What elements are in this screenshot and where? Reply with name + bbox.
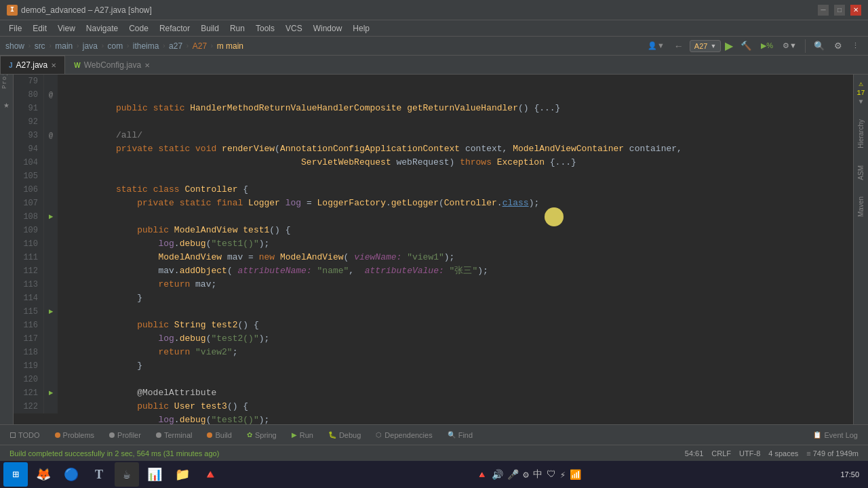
settings-button[interactable]: ⚙ bbox=[831, 39, 846, 53]
editor[interactable]: 79 80 @ public static HandlerMethodRetur… bbox=[14, 75, 868, 424]
code-content[interactable]: public static HandlerMethodReturnValueHa… bbox=[58, 88, 853, 102]
spring-tab[interactable]: ✿ Spring bbox=[240, 429, 283, 441]
coverage-button[interactable]: ▶% bbox=[757, 39, 776, 52]
window-controls[interactable]: ─ □ ✕ bbox=[818, 5, 861, 16]
wifi-icon[interactable]: 📶 bbox=[570, 469, 581, 481]
sidebar-project-icon[interactable]: Project bbox=[1, 78, 12, 89]
indent[interactable]: 4 spaces bbox=[764, 449, 802, 458]
maximize-button[interactable]: □ bbox=[834, 5, 845, 16]
volume-icon[interactable]: 🔊 bbox=[492, 469, 503, 481]
antivirus-icon[interactable]: 🛡 bbox=[547, 469, 556, 480]
code-content[interactable]: ServletWebRequest webRequest) throws Exc… bbox=[58, 142, 853, 156]
search-button[interactable]: 🔍 bbox=[810, 39, 828, 53]
menu-run[interactable]: Run bbox=[224, 22, 250, 35]
breadcrumb-main[interactable]: main bbox=[55, 41, 73, 51]
taskbar-vlc[interactable]: 🔺 bbox=[198, 462, 222, 487]
breadcrumb-show[interactable]: show bbox=[5, 41, 24, 51]
maven-panel-label[interactable]: Maven bbox=[857, 193, 865, 220]
todo-tab[interactable]: TODO bbox=[3, 429, 47, 441]
menu-code[interactable]: Code bbox=[123, 22, 154, 35]
line-ending[interactable]: CRLF bbox=[707, 449, 735, 458]
run-button[interactable]: ▶ bbox=[724, 38, 734, 54]
code-content[interactable]: } bbox=[58, 346, 853, 359]
breadcrumb-a27[interactable]: a27 bbox=[169, 41, 182, 51]
menu-vcs[interactable]: VCS bbox=[280, 22, 308, 35]
menu-window[interactable]: Window bbox=[308, 22, 348, 35]
taskbar-files[interactable]: 📁 bbox=[170, 462, 195, 487]
build-tab[interactable]: Build bbox=[200, 429, 238, 441]
event-log-tab[interactable]: 📋 Event Log bbox=[806, 429, 865, 441]
breadcrumb-com[interactable]: com bbox=[107, 41, 123, 51]
code-content[interactable]: log.debug("test3()"); bbox=[58, 400, 853, 413]
find-tab[interactable]: 🔍 Find bbox=[441, 429, 479, 441]
breadcrumb-src[interactable]: src bbox=[35, 41, 45, 51]
encoding[interactable]: UTF-8 bbox=[735, 449, 764, 458]
lang-icon[interactable]: 中 bbox=[533, 468, 542, 481]
profile-button[interactable]: 👤▼ bbox=[644, 39, 668, 52]
cursor-position[interactable]: 54:61 bbox=[681, 449, 708, 458]
taskbar-intellij[interactable]: ☕ bbox=[115, 462, 139, 487]
taskbar-text[interactable]: T bbox=[87, 462, 111, 487]
system-clock[interactable]: 17:50 bbox=[835, 470, 865, 479]
asm-panel-label[interactable]: ASM bbox=[857, 162, 865, 184]
breadcrumb-class[interactable]: A27 bbox=[193, 41, 207, 51]
line-info[interactable]: ≡ 749 of 1949m bbox=[802, 449, 863, 458]
tab-close-a27[interactable]: ✕ bbox=[51, 62, 56, 69]
code-area[interactable]: 79 80 @ public static HandlerMethodRetur… bbox=[14, 75, 853, 424]
code-content[interactable]: @ModelAttribute bbox=[58, 373, 853, 386]
more-run-button[interactable]: ⚙▼ bbox=[779, 39, 800, 52]
code-content[interactable]: mav.addObject( attributeName: "name", at… bbox=[58, 251, 853, 264]
run-tab[interactable]: ▶ Run bbox=[285, 429, 320, 441]
code-content[interactable]: public ModelAndView test1() { bbox=[58, 210, 853, 224]
code-content[interactable]: return "view2"; bbox=[58, 332, 853, 346]
build-button[interactable]: 🔨 bbox=[737, 39, 755, 53]
close-button[interactable]: ✕ bbox=[850, 5, 861, 16]
breadcrumb-java[interactable]: java bbox=[83, 41, 98, 51]
start-button[interactable]: ⊞ bbox=[3, 462, 28, 487]
profiler-tab[interactable]: Profiler bbox=[102, 429, 148, 441]
breadcrumb-method[interactable]: m main bbox=[217, 41, 243, 51]
line-number: 118 bbox=[14, 346, 44, 359]
menu-help[interactable]: Help bbox=[347, 22, 375, 35]
code-content[interactable]: return mav; bbox=[58, 264, 853, 278]
gutter: ► bbox=[44, 386, 58, 400]
code-content[interactable]: ModelAndView mav = new ModelAndView( vie… bbox=[58, 237, 853, 251]
debug-tab[interactable]: 🐛 Debug bbox=[321, 429, 368, 441]
menu-build[interactable]: Build bbox=[195, 22, 224, 35]
menu-file[interactable]: File bbox=[3, 22, 27, 35]
menu-navigate[interactable]: Navigate bbox=[81, 22, 123, 35]
tab-close-webconfig[interactable]: ✕ bbox=[144, 62, 150, 69]
menu-refactor[interactable]: Refactor bbox=[154, 22, 195, 35]
code-content[interactable]: static class Controller { bbox=[58, 169, 853, 183]
code-content[interactable]: } bbox=[58, 278, 853, 291]
menu-view[interactable]: View bbox=[52, 22, 81, 35]
navigate-back-button[interactable]: ← bbox=[671, 39, 687, 54]
code-content[interactable]: /all/ bbox=[58, 115, 853, 129]
tab-a27-java[interactable]: J A27.java ✕ bbox=[0, 56, 65, 74]
dependencies-tab[interactable]: ⬡ Dependencies bbox=[369, 429, 439, 441]
taskbar-browser[interactable]: 🔵 bbox=[59, 462, 83, 487]
build-status[interactable]: Build completed successfully in 2 sec, 5… bbox=[5, 449, 223, 458]
code-content[interactable]: log.debug("test2()"); bbox=[58, 319, 853, 332]
taskbar-powerpoint[interactable]: 📊 bbox=[142, 462, 167, 487]
mic-icon[interactable]: 🎤 bbox=[507, 469, 519, 481]
run-config-selector[interactable]: A27 ▼ bbox=[690, 40, 722, 52]
minimize-button[interactable]: ─ bbox=[818, 5, 829, 16]
battery-icon[interactable]: ⚡ bbox=[560, 469, 566, 481]
sidebar-favorites-icon[interactable]: ★ bbox=[1, 99, 12, 110]
breadcrumb-itheima[interactable]: itheima bbox=[133, 41, 159, 51]
taskbar-firefox[interactable]: 🦊 bbox=[31, 462, 56, 487]
menu-edit[interactable]: Edit bbox=[27, 22, 52, 35]
settings-tray-icon[interactable]: ⚙ bbox=[523, 469, 528, 481]
code-content[interactable]: private static void renderView(Annotatio… bbox=[58, 129, 853, 142]
menu-tools[interactable]: Tools bbox=[250, 22, 280, 35]
code-content[interactable]: private static final Logger log = Logger… bbox=[58, 183, 853, 197]
tab-webconfig-java[interactable]: W WebConfig.java ✕ bbox=[65, 56, 159, 74]
terminal-tab[interactable]: Terminal bbox=[149, 429, 199, 441]
code-content[interactable]: public User test3() { bbox=[58, 386, 853, 400]
network-icon[interactable]: 🔺 bbox=[476, 469, 488, 481]
more-button[interactable]: ⋮ bbox=[848, 39, 863, 52]
code-content[interactable]: public String test2() { bbox=[58, 305, 853, 319]
hierarchy-panel-label[interactable]: Hierarchy bbox=[857, 116, 865, 152]
problems-tab[interactable]: Problems bbox=[48, 429, 101, 441]
